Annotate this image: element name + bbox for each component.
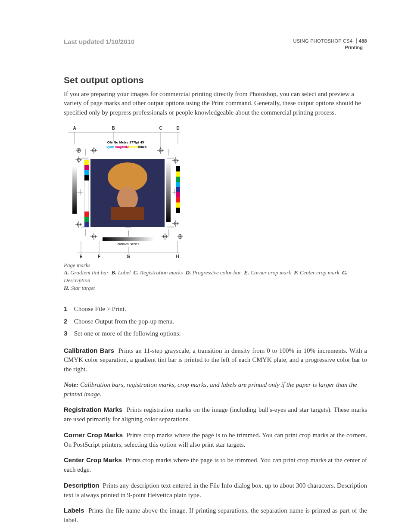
cmyk-k: black	[138, 145, 147, 149]
callout-g: G	[127, 254, 130, 259]
option-corner-crop-marks: Corner Crop Marks Prints crop marks wher…	[64, 430, 367, 450]
header-right: USING PHOTOSHOP CS4 488 Printing	[293, 38, 367, 51]
option-labels: Labels Prints the file name above the im…	[64, 506, 367, 525]
option-description: Description Prints any description text …	[64, 481, 367, 500]
svg-rect-59	[176, 197, 180, 202]
registration-mark-icon	[75, 221, 82, 228]
section-heading: Set output options	[64, 75, 367, 85]
svg-rect-65	[84, 170, 89, 175]
registration-mark-icon	[162, 233, 168, 240]
step-2: 2 Choose Output from the pop-up menu.	[64, 315, 367, 328]
registration-mark-icon	[157, 147, 164, 154]
page-marks-figure: A B C D Olé No Moire 177lpi 45° cyan mag…	[64, 125, 184, 259]
svg-rect-56	[176, 182, 180, 187]
figure-caption: Page marks A. Gradient tint bar B. Label…	[64, 261, 367, 292]
svg-rect-55	[176, 177, 180, 182]
svg-rect-67	[84, 212, 89, 217]
star-target-icon	[178, 234, 182, 239]
section-name: Printing	[293, 44, 367, 51]
svg-rect-70	[166, 160, 171, 222]
svg-rect-66	[84, 175, 89, 180]
step-1: 1 Choose File > Print.	[64, 303, 367, 315]
caption-title: Page marks	[64, 261, 367, 269]
svg-point-72	[117, 187, 138, 211]
star-target-icon	[77, 148, 81, 152]
step-3: 3 Set one or more of the following optio…	[64, 327, 367, 340]
progressive-color-bar	[176, 166, 180, 213]
last-updated: Last updated 1/10/2010	[64, 38, 134, 45]
callout-c: C	[159, 126, 162, 131]
figure-label-bottom: carnival series	[117, 242, 139, 246]
page-number: 488	[356, 38, 367, 44]
callout-f: F	[98, 254, 100, 259]
option-registration-marks: Registration Marks Prints registration m…	[64, 405, 367, 424]
cmyk-y: yellow	[128, 145, 138, 149]
callout-b: B	[112, 126, 115, 131]
callout-d: D	[176, 126, 179, 131]
svg-rect-64	[84, 165, 89, 170]
registration-mark-icon	[172, 220, 179, 227]
svg-rect-68	[84, 217, 89, 222]
steps-list: 1 Choose File > Print. 2 Choose Output f…	[64, 303, 367, 340]
svg-rect-63	[84, 160, 89, 165]
page-header: Last updated 1/10/2010 USING PHOTOSHOP C…	[64, 38, 367, 51]
svg-rect-61	[176, 208, 180, 213]
note: Note: Calibration bars, registration mar…	[64, 380, 367, 399]
cmyk-c: cyan	[106, 145, 114, 149]
option-calibration-bars: Calibration Bars Prints an 11-step grays…	[64, 346, 367, 374]
callout-h: H	[176, 254, 179, 259]
figure-label-top: Olé No Moire 177lpi 45°	[107, 140, 146, 144]
callout-e: E	[80, 254, 83, 259]
svg-rect-53	[176, 166, 180, 171]
doc-title: USING PHOTOSHOP CS4	[293, 38, 352, 44]
svg-rect-54	[176, 171, 180, 177]
intro-paragraph: If you are preparing your images for com…	[64, 90, 367, 118]
option-center-crop-marks: Center Crop Marks Prints crop marks wher…	[64, 455, 367, 475]
gradient-tint-bar	[72, 166, 77, 214]
svg-rect-69	[84, 222, 89, 227]
callout-a: A	[73, 126, 76, 131]
registration-mark-icon	[172, 157, 179, 164]
document-page: Last updated 1/10/2010 USING PHOTOSHOP C…	[0, 0, 411, 532]
svg-rect-57	[176, 187, 180, 192]
svg-rect-60	[176, 202, 180, 208]
svg-rect-58	[176, 192, 180, 197]
registration-mark-icon	[90, 233, 97, 240]
gradient-bar-bottom	[103, 237, 154, 241]
registration-mark-icon	[90, 147, 97, 154]
registration-mark-icon	[75, 156, 82, 163]
svg-rect-73	[111, 207, 144, 220]
